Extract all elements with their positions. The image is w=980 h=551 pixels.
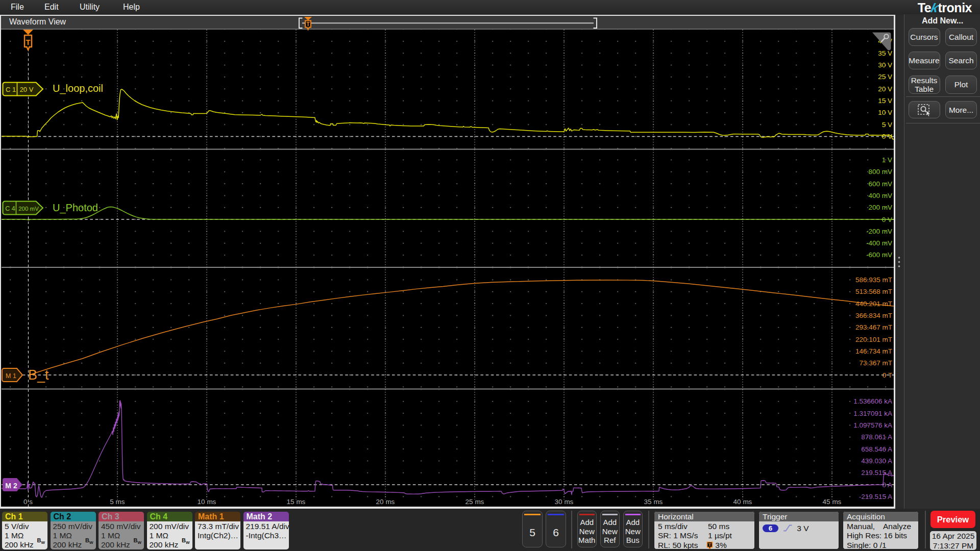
svg-text:146.734 mT: 146.734 mT <box>855 347 892 355</box>
svg-text:U_loop,coil: U_loop,coil <box>53 83 103 94</box>
svg-text:-219.515 A: -219.515 A <box>859 493 892 500</box>
svg-text:30 V: 30 V <box>878 61 892 69</box>
svg-text:0 A: 0 A <box>882 481 892 489</box>
svg-text:219.515 A: 219.515 A <box>861 469 892 477</box>
svg-text:658.546 A: 658.546 A <box>861 445 892 453</box>
svg-text:586.935 mT: 586.935 mT <box>855 276 892 284</box>
svg-text:600 mV: 600 mV <box>868 180 892 188</box>
svg-text:200 mV: 200 mV <box>18 206 39 212</box>
svg-text:439.030 A: 439.030 A <box>861 457 892 465</box>
svg-text:M 1: M 1 <box>6 372 16 380</box>
svg-text:20 V: 20 V <box>20 86 34 93</box>
svg-text:1 V: 1 V <box>882 156 892 164</box>
svg-text:15 ms: 15 ms <box>287 498 306 506</box>
svg-text:400 mV: 400 mV <box>868 192 892 199</box>
svg-text:45 ms: 45 ms <box>823 498 842 506</box>
svg-text:20 ms: 20 ms <box>376 498 395 506</box>
svg-text:30 ms: 30 ms <box>555 498 574 506</box>
svg-text:35 V: 35 V <box>878 49 892 57</box>
svg-text:-600 mV: -600 mV <box>866 251 892 259</box>
svg-text:T: T <box>26 38 31 46</box>
svg-text:440.201 mT: 440.201 mT <box>855 300 892 308</box>
svg-text:513.568 mT: 513.568 mT <box>855 288 892 295</box>
svg-text:73.367 mT: 73.367 mT <box>859 359 892 367</box>
svg-text:C 1: C 1 <box>6 86 16 93</box>
svg-text:800 mV: 800 mV <box>868 168 892 176</box>
svg-text:25 ms: 25 ms <box>465 498 484 506</box>
svg-text:-400 mV: -400 mV <box>866 239 892 247</box>
svg-text:0 V: 0 V <box>882 216 892 223</box>
svg-text:220.101 mT: 220.101 mT <box>855 336 892 343</box>
svg-text:20 V: 20 V <box>878 85 892 93</box>
svg-text:15 V: 15 V <box>878 97 892 105</box>
svg-text:T: T <box>306 21 310 27</box>
svg-text:1.317091 kA: 1.317091 kA <box>853 410 892 417</box>
svg-text:0 T: 0 T <box>883 371 892 379</box>
svg-text:878.061 A: 878.061 A <box>861 433 892 441</box>
svg-text:5 ms: 5 ms <box>110 498 125 506</box>
svg-text:C 4: C 4 <box>5 205 15 212</box>
svg-text:M 2: M 2 <box>5 482 17 490</box>
svg-text:200 mV: 200 mV <box>868 204 892 211</box>
svg-text:35 ms: 35 ms <box>644 498 663 506</box>
svg-text:5 V: 5 V <box>882 121 892 129</box>
svg-text:10 ms: 10 ms <box>198 498 216 506</box>
svg-text:40 ms: 40 ms <box>733 498 752 506</box>
svg-text:366.834 mT: 366.834 mT <box>855 312 892 319</box>
svg-text:25 V: 25 V <box>878 73 892 81</box>
svg-text:U_Photod: U_Photod <box>53 202 98 214</box>
svg-text:10 V: 10 V <box>878 109 892 116</box>
svg-text:0 V: 0 V <box>882 133 892 140</box>
svg-text:0 s: 0 s <box>23 498 33 506</box>
svg-text:1.536606 kA: 1.536606 kA <box>853 397 892 405</box>
svg-text:B_t: B_t <box>28 367 49 383</box>
svg-text:1.097576 kA: 1.097576 kA <box>853 421 892 429</box>
svg-text:293.467 mT: 293.467 mT <box>855 323 892 331</box>
svg-text:-200 mV: -200 mV <box>866 228 892 235</box>
